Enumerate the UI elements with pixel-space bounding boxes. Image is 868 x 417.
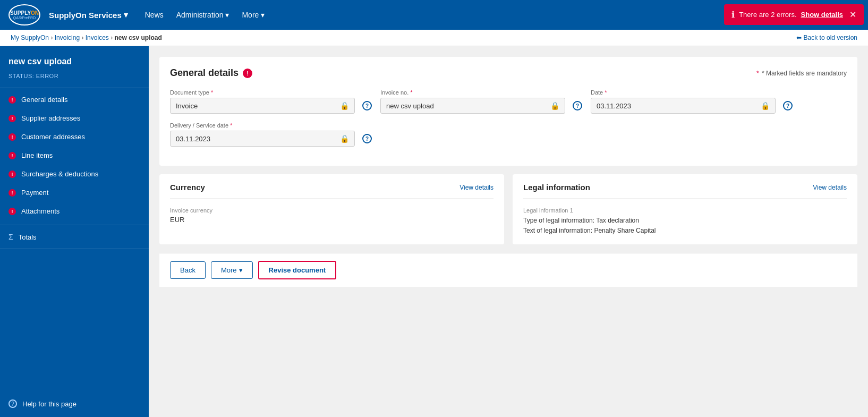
sidebar-item-label: Line items [21, 151, 53, 159]
error-indicator: ! [8, 133, 16, 141]
legal-info-panel-header: Legal information View details [523, 183, 847, 199]
sidebar-collapse-button[interactable]: ‹ [0, 413, 149, 417]
logo-text: SUPPLYON [10, 10, 39, 16]
page-layout: new csv upload STATUS: ERROR ! General d… [0, 46, 868, 417]
invoice-no-value: new csv upload [386, 102, 547, 110]
error-indicator: ! [8, 189, 16, 197]
delivery-date-value: 03.11.2023 [176, 135, 337, 143]
breadcrumb-bar: My SupplyOn › Invoicing › Invoices › new… [0, 30, 868, 46]
help-icon: ? [8, 399, 17, 408]
close-toast-button[interactable]: ✕ [849, 10, 856, 20]
nav-item-news[interactable]: News [145, 11, 164, 19]
sidebar-item-customer-addresses[interactable]: ! Customer addresses [0, 127, 149, 146]
invoice-no-label: Invoice no. * [380, 89, 582, 96]
date-value: 03.11.2023 [597, 102, 758, 110]
sidebar-item-supplier-addresses[interactable]: ! Supplier addresses [0, 109, 149, 127]
currency-view-details-link[interactable]: View details [459, 184, 493, 191]
error-indicator: ! [8, 115, 16, 122]
legal-info-type: Type of legal information: Tax declarati… [523, 216, 847, 226]
panels-row: Currency View details Invoice currency E… [159, 174, 857, 244]
date-field: Date * 03.11.2023 🔒 ? [591, 89, 793, 114]
error-toast: ℹ There are 2 errors. Show details ✕ [724, 4, 864, 25]
breadcrumb: My SupplyOn › Invoicing › Invoices › new… [11, 34, 162, 41]
lock-icon: 🔒 [761, 101, 770, 110]
top-navigation: SUPPLYON QAS/PrePRD SupplyOn Services ▾ … [0, 0, 868, 30]
sidebar-item-label: Surcharges & deductions [21, 170, 98, 178]
document-type-label: Document type * [170, 89, 372, 96]
lock-icon: 🔒 [340, 134, 349, 143]
form-row-2: Delivery / Service date * 03.11.2023 🔒 ? [170, 122, 847, 147]
sidebar-item-label: General details [21, 96, 67, 104]
breadcrumb-invoices[interactable]: Invoices [86, 34, 109, 41]
document-type-value: Invoice [176, 102, 337, 110]
delivery-date-help-button[interactable]: ? [362, 134, 372, 143]
revise-document-button[interactable]: Revise document [258, 261, 337, 279]
chevron-down-icon: ▾ [225, 11, 229, 19]
document-type-help-button[interactable]: ? [362, 101, 372, 110]
sidebar-item-label: Supplier addresses [21, 114, 80, 122]
currency-panel-header: Currency View details [170, 183, 493, 199]
sidebar-item-label: Attachments [21, 207, 59, 215]
sidebar-item-totals[interactable]: Σ Totals [0, 227, 149, 246]
legal-info-panel: Legal information View details Legal inf… [513, 174, 857, 244]
show-details-link[interactable]: Show details [801, 11, 843, 19]
back-to-old-version-link[interactable]: ⬅ Back to old version [796, 34, 857, 41]
sidebar-item-line-items[interactable]: ! Line items [0, 146, 149, 165]
date-help-button[interactable]: ? [783, 101, 793, 110]
legal-info-view-details-link[interactable]: View details [813, 184, 847, 191]
invoice-currency-label: Invoice currency [170, 207, 493, 214]
error-indicator: ! [8, 171, 16, 178]
invoice-no-field: Invoice no. * new csv upload 🔒 ? [380, 89, 582, 114]
more-button[interactable]: More ▾ [211, 261, 253, 279]
sidebar-item-label: Customer addresses [21, 133, 85, 141]
sidebar: new csv upload STATUS: ERROR ! General d… [0, 46, 149, 417]
sidebar-item-surcharges[interactable]: ! Surcharges & deductions [0, 165, 149, 183]
date-label: Date * [591, 89, 793, 96]
invoice-currency-value: EUR [170, 216, 493, 224]
bottom-toolbar: Back More ▾ Revise document [159, 253, 857, 287]
logo-sub: QAS/PrePRD [13, 16, 36, 20]
main-content: General details ! * * Marked fields are … [149, 46, 868, 417]
legal-info-text: Text of legal information: Penalty Share… [523, 226, 847, 236]
breadcrumb-invoicing[interactable]: Invoicing [55, 34, 80, 41]
breadcrumb-current: new csv upload [115, 34, 162, 41]
currency-panel: Currency View details Invoice currency E… [159, 174, 504, 244]
general-details-card: General details ! * * Marked fields are … [159, 57, 857, 166]
logo[interactable]: SUPPLYON QAS/PrePRD [8, 4, 40, 25]
error-circle-icon: ! [243, 69, 252, 78]
sidebar-title: new csv upload [0, 46, 149, 73]
sidebar-status: STATUS: ERROR [0, 73, 149, 86]
document-type-field: Document type * Invoice 🔒 ? [170, 89, 372, 114]
sidebar-item-payment[interactable]: ! Payment [0, 183, 149, 202]
delivery-date-field: Delivery / Service date * 03.11.2023 🔒 ? [170, 122, 372, 147]
sidebar-item-label: Totals [19, 233, 37, 241]
legal-info-1-label: Legal information 1 [523, 207, 847, 214]
nav-item-administration[interactable]: Administration ▾ [176, 11, 229, 19]
sidebar-help-label: Help for this page [22, 400, 76, 408]
nav-item-more[interactable]: More ▾ [242, 11, 265, 19]
error-indicator: ! [8, 208, 16, 215]
back-button[interactable]: Back [170, 261, 206, 279]
currency-panel-title: Currency [170, 183, 205, 192]
supplyon-services-menu[interactable]: SupplyOn Services ▾ [49, 10, 128, 20]
form-row-1: Document type * Invoice 🔒 ? Invoice no. [170, 89, 847, 114]
chevron-down-icon: ▾ [124, 10, 128, 20]
sidebar-item-help[interactable]: ? Help for this page [0, 394, 149, 413]
card-title: General details ! [170, 67, 252, 79]
legal-info-panel-title: Legal information [523, 183, 590, 192]
invoice-no-help-button[interactable]: ? [573, 101, 582, 110]
sigma-icon: Σ [8, 233, 13, 241]
error-indicator: ! [8, 152, 16, 159]
error-message: There are 2 errors. [739, 11, 796, 19]
delivery-date-label: Delivery / Service date * [170, 122, 372, 129]
sidebar-item-general-details[interactable]: ! General details [0, 90, 149, 109]
sidebar-item-label: Payment [21, 189, 48, 197]
back-arrow-icon: ⬅ [796, 34, 802, 41]
chevron-down-icon: ▾ [261, 11, 265, 19]
chevron-down-icon: ▾ [239, 266, 243, 274]
error-icon: ℹ [731, 10, 735, 20]
lock-icon: 🔒 [550, 101, 559, 110]
sidebar-item-attachments[interactable]: ! Attachments [0, 202, 149, 220]
breadcrumb-my-supplyon[interactable]: My SupplyOn [11, 34, 49, 41]
lock-icon: 🔒 [340, 101, 349, 110]
